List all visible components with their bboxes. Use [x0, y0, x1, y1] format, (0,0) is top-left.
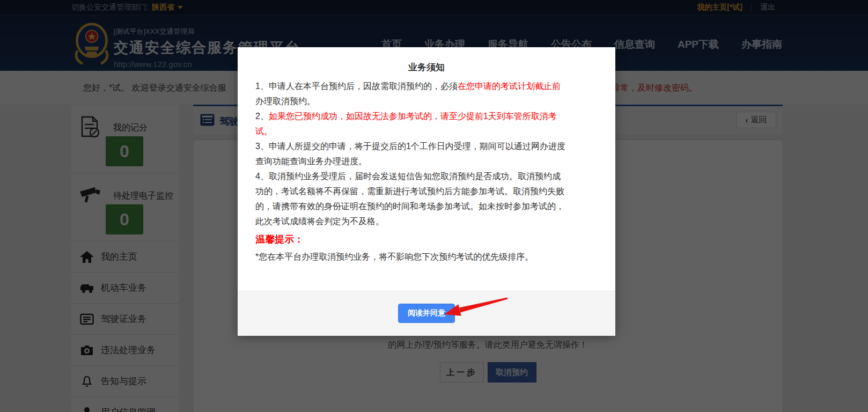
warm-tip-title: 温馨提示：	[255, 231, 598, 247]
read-and-agree-button[interactable]: 阅读并同意	[398, 304, 455, 323]
modal-footer: 阅读并同意	[238, 291, 615, 336]
business-notice-modal: 业务须知 1、申请人在本平台预约后，因故需取消预约的，必须在您申请的考试计划截止…	[238, 47, 615, 336]
modal-title: 业务须知	[238, 61, 615, 73]
modal-body: 1、申请人在本平台预约后，因故需取消预约的，必须在您申请的考试计划截止前 办理取…	[238, 73, 615, 264]
warm-tip-text: *您在本平台办理取消预约业务，将不影响您下次预约考试的优先级排序。	[255, 249, 598, 264]
